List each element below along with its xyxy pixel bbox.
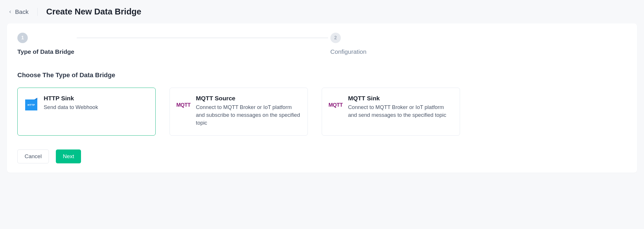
page-title: Create New Data Bridge: [46, 7, 141, 16]
step-2-label: Configuration: [330, 48, 367, 55]
back-label: Back: [15, 8, 29, 15]
option-mqtt-sink[interactable]: MQTT MQTT Sink Connect to MQTT Broker or…: [322, 88, 460, 136]
mqtt-icon: MQTT: [330, 99, 342, 111]
step-2: 2 Configuration: [330, 33, 367, 55]
step-1: 1 Type of Data Bridge: [17, 33, 74, 55]
step-1-label: Type of Data Bridge: [17, 48, 74, 55]
page-header: Back Create New Data Bridge: [0, 0, 644, 23]
option-mqtt-sink-title: MQTT Sink: [348, 95, 452, 102]
option-mqtt-sink-content: MQTT Sink Connect to MQTT Broker or IoT …: [348, 95, 452, 119]
mqtt-icon: MQTT: [177, 99, 189, 111]
wizard-actions: Cancel Next: [17, 149, 627, 163]
wizard-card: 1 Type of Data Bridge 2 Configuration Ch…: [7, 23, 637, 173]
option-http-sink-content: HTTP Sink Send data to Webhook: [44, 95, 148, 111]
chevron-left-icon: [8, 10, 12, 14]
option-mqtt-source-desc: Connect to MQTT Broker or IoT platform a…: [196, 104, 300, 127]
header-divider: [37, 8, 38, 16]
step-2-circle: 2: [330, 33, 341, 43]
option-mqtt-source-content: MQTT Source Connect to MQTT Broker or Io…: [196, 95, 300, 127]
option-mqtt-source[interactable]: MQTT MQTT Source Connect to MQTT Broker …: [170, 88, 308, 136]
bridge-type-options: HTTP HTTP Sink Send data to Webhook MQTT…: [17, 88, 627, 136]
option-mqtt-sink-desc: Connect to MQTT Broker or IoT platform a…: [348, 104, 452, 119]
next-button[interactable]: Next: [56, 149, 81, 163]
option-http-sink-desc: Send data to Webhook: [44, 104, 148, 111]
option-http-sink-title: HTTP Sink: [44, 95, 148, 102]
stepper: 1 Type of Data Bridge 2 Configuration: [17, 33, 627, 55]
back-button[interactable]: Back: [8, 8, 29, 15]
stepper-line: [77, 38, 328, 38]
step-1-circle: 1: [17, 33, 28, 43]
option-http-sink[interactable]: HTTP HTTP Sink Send data to Webhook: [17, 88, 156, 136]
cancel-button[interactable]: Cancel: [17, 149, 49, 163]
option-mqtt-source-title: MQTT Source: [196, 95, 300, 102]
http-icon: HTTP: [25, 99, 37, 111]
section-title: Choose The Type of Data Bridge: [17, 71, 627, 79]
